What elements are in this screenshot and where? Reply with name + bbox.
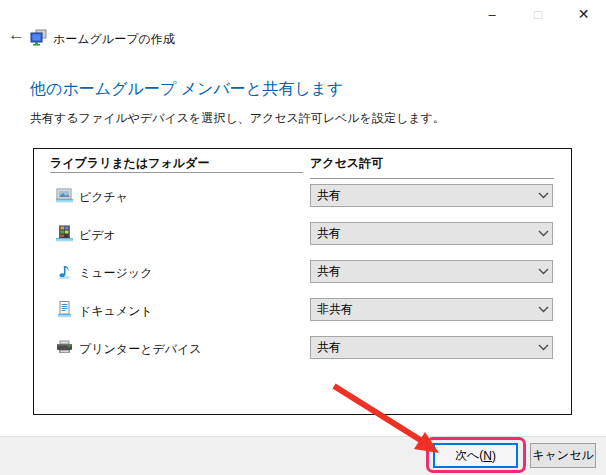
documents-icon (56, 301, 73, 318)
permission-combobox-pictures[interactable]: 共有 (310, 184, 553, 207)
back-arrow-icon[interactable]: ← (8, 26, 25, 43)
chevron-down-icon (534, 230, 552, 237)
next-button-label-suffix: ) (492, 449, 496, 463)
sharing-table: ライブラリまたはフォルダー アクセス許可 ピクチャ 共有 (33, 148, 572, 415)
page-subtitle: 共有するファイルやデバイスを選択し、アクセス許可レベルを設定します。 (30, 110, 445, 127)
column-header-permission: アクセス許可 (310, 155, 383, 172)
cancel-button[interactable]: キャンセル (530, 443, 596, 468)
chevron-down-icon (534, 344, 552, 351)
close-button[interactable]: ✕ (561, 0, 606, 28)
videos-icon (56, 225, 73, 242)
table-row-documents: ドキュメント 非共有 (34, 298, 571, 322)
row-label: ビデオ (79, 227, 116, 244)
chevron-down-icon (534, 268, 552, 275)
row-label: プリンターとデバイス (79, 341, 202, 358)
row-label: ピクチャ (79, 189, 128, 206)
page-heading: 他のホームグループ メンバーと共有します (30, 79, 343, 100)
next-button-label: 次へ( (455, 447, 483, 464)
permission-combobox-printers[interactable]: 共有 (310, 336, 553, 359)
music-icon (56, 263, 73, 280)
row-label: ドキュメント (79, 303, 153, 320)
row-label: ミュージック (79, 265, 152, 282)
chevron-down-icon (534, 192, 552, 199)
permission-combobox-documents[interactable]: 非共有 (310, 298, 553, 321)
homegroup-wizard-window: { "window": { "title": "ホームグループの作成" }, "… (0, 0, 606, 475)
combobox-value: 共有 (311, 187, 534, 204)
table-row-pictures: ピクチャ 共有 (34, 184, 571, 208)
minimize-button[interactable]: – (469, 0, 515, 28)
next-button[interactable]: 次へ(N) (433, 443, 518, 468)
window-title: ホームグループの作成 (53, 31, 175, 48)
table-row-printers: プリンターとデバイス 共有 (34, 336, 571, 360)
combobox-value: 共有 (311, 225, 534, 242)
printers-icon (56, 339, 73, 356)
combobox-value: 共有 (311, 263, 534, 280)
combobox-value: 共有 (311, 339, 534, 356)
combobox-value: 非共有 (311, 301, 534, 318)
homegroup-icon (30, 29, 47, 50)
pictures-icon (56, 187, 73, 204)
column-rule (310, 178, 554, 179)
chevron-down-icon (534, 306, 552, 313)
maximize-button: □ (515, 0, 561, 28)
permission-combobox-music[interactable]: 共有 (310, 260, 553, 283)
column-rule (50, 172, 303, 173)
table-row-music: ミュージック 共有 (34, 260, 571, 284)
permission-combobox-videos[interactable]: 共有 (310, 222, 553, 245)
table-row-videos: ビデオ 共有 (34, 222, 571, 246)
next-button-accesskey: N (483, 449, 492, 463)
column-header-library: ライブラリまたはフォルダー (50, 155, 209, 172)
